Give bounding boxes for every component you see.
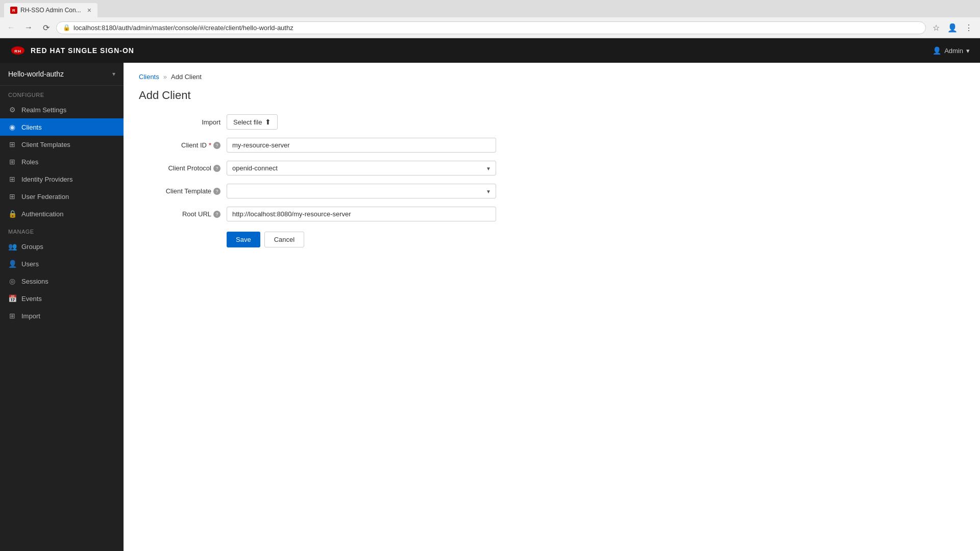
app-header: RH RED HAT SINGLE SIGN-ON 👤 Admin ▾	[0, 38, 980, 63]
page-title: Add Client	[139, 89, 965, 102]
address-text: localhost:8180/auth/admin/master/console…	[74, 24, 919, 32]
root-url-input[interactable]	[227, 207, 496, 221]
client-template-label: Client Template ?	[139, 187, 220, 195]
sidebar-item-roles[interactable]: ⊞ Roles	[0, 153, 124, 170]
sidebar-item-label-realm-settings: Realm Settings	[21, 106, 66, 114]
lock-icon: 🔒	[63, 24, 70, 31]
sidebar-item-client-templates[interactable]: ⊞ Client Templates	[0, 136, 124, 153]
reload-button[interactable]: ⟳	[39, 20, 53, 35]
sidebar-item-label-sessions: Sessions	[21, 278, 48, 285]
toolbar-actions: ☆ 👤 ⋮	[929, 20, 976, 35]
sidebar-item-realm-settings[interactable]: ⚙ Realm Settings	[0, 101, 124, 118]
client-id-control	[227, 138, 496, 153]
tab-favicon: R	[10, 7, 17, 14]
cancel-button[interactable]: Cancel	[264, 232, 304, 247]
main-layout: Hello-world-authz ▾ Configure ⚙ Realm Se…	[0, 63, 980, 551]
sidebar-item-clients[interactable]: ◉ Clients	[0, 118, 124, 136]
client-template-control	[227, 184, 496, 198]
save-button[interactable]: Save	[227, 232, 260, 247]
sidebar-item-label-identity-providers: Identity Providers	[21, 176, 72, 183]
browser-tabs: R RH-SSO Admin Con... ×	[0, 0, 980, 17]
redhat-logo: RH	[10, 45, 26, 56]
content-area: Clients » Add Client Add Client Import S…	[124, 63, 980, 551]
configure-section-label: Configure	[0, 86, 124, 101]
client-protocol-help-icon[interactable]: ?	[213, 165, 220, 172]
app-container: RH RED HAT SINGLE SIGN-ON 👤 Admin ▾ Hell…	[0, 38, 980, 551]
client-protocol-select[interactable]: openid-connect saml	[227, 161, 496, 176]
breadcrumb: Clients » Add Client	[139, 73, 965, 81]
menu-button[interactable]: ⋮	[962, 20, 976, 35]
client-protocol-row: Client Protocol ? openid-connect saml	[139, 161, 496, 176]
select-file-button[interactable]: Select file ⬆	[227, 114, 278, 130]
form-actions: Save Cancel	[227, 232, 496, 247]
root-url-row: Root URL ?	[139, 207, 496, 221]
sidebar-item-label-import: Import	[21, 312, 40, 320]
sidebar-item-label-client-templates: Client Templates	[21, 141, 70, 148]
user-icon: 👤	[933, 46, 941, 55]
client-protocol-label: Client Protocol ?	[139, 164, 220, 172]
browser-chrome: R RH-SSO Admin Con... × ← → ⟳ 🔒 localhos…	[0, 0, 980, 38]
app-brand: RH RED HAT SINGLE SIGN-ON	[10, 45, 134, 56]
user-menu[interactable]: 👤 Admin ▾	[933, 46, 970, 55]
back-button[interactable]: ←	[4, 20, 18, 35]
identity-providers-icon: ⊞	[8, 175, 16, 183]
sessions-icon: ◎	[8, 277, 16, 285]
sidebar-item-label-authentication: Authentication	[21, 210, 63, 218]
sidebar-item-users[interactable]: 👤 Users	[0, 255, 124, 272]
sidebar-item-label-clients: Clients	[21, 123, 42, 131]
client-template-select[interactable]	[227, 184, 496, 198]
user-dropdown-chevron: ▾	[966, 47, 970, 55]
add-client-form: Import Select file ⬆ Client ID * ?	[139, 114, 496, 247]
upload-icon: ⬆	[265, 118, 271, 126]
sidebar-item-authentication[interactable]: 🔒 Authentication	[0, 205, 124, 222]
manage-section-label: Manage	[0, 222, 124, 238]
sidebar-item-label-groups: Groups	[21, 243, 43, 251]
clients-icon: ◉	[8, 123, 16, 131]
import-icon: ⊞	[8, 312, 16, 320]
breadcrumb-parent-link[interactable]: Clients	[139, 73, 159, 81]
sidebar-item-label-users: Users	[21, 260, 39, 268]
address-bar[interactable]: 🔒 localhost:8180/auth/admin/master/conso…	[56, 21, 926, 34]
import-label: Import	[139, 118, 220, 126]
root-url-help-icon[interactable]: ?	[213, 211, 220, 218]
tab-close-button[interactable]: ×	[87, 6, 91, 14]
root-url-label: Root URL ?	[139, 210, 220, 218]
import-row: Import Select file ⬆	[139, 114, 496, 130]
tab-title: RH-SSO Admin Con...	[20, 7, 81, 14]
breadcrumb-separator: »	[163, 73, 167, 81]
client-id-row: Client ID * ?	[139, 138, 496, 153]
brand-label: RED HAT SINGLE SIGN-ON	[31, 46, 134, 55]
sidebar-item-groups[interactable]: 👥 Groups	[0, 238, 124, 255]
client-template-row: Client Template ?	[139, 184, 496, 198]
client-template-select-wrap	[227, 184, 496, 198]
client-id-input[interactable]	[227, 138, 496, 153]
forward-button[interactable]: →	[21, 20, 36, 35]
realm-name: Hello-world-authz	[8, 70, 64, 78]
sidebar: Hello-world-authz ▾ Configure ⚙ Realm Se…	[0, 63, 124, 551]
client-templates-icon: ⊞	[8, 140, 16, 148]
sidebar-item-user-federation[interactable]: ⊞ User Federation	[0, 188, 124, 205]
select-file-label: Select file	[233, 118, 262, 126]
breadcrumb-current: Add Client	[171, 73, 202, 81]
browser-tab-active: R RH-SSO Admin Con... ×	[4, 3, 97, 17]
sidebar-item-events[interactable]: 📅 Events	[0, 290, 124, 307]
client-protocol-control: openid-connect saml	[227, 161, 496, 176]
realm-selector[interactable]: Hello-world-authz ▾	[0, 63, 124, 86]
user-profile-button[interactable]: 👤	[945, 20, 960, 35]
client-id-label: Client ID * ?	[139, 141, 220, 149]
sidebar-item-sessions[interactable]: ◎ Sessions	[0, 272, 124, 290]
client-template-help-icon[interactable]: ?	[213, 188, 220, 195]
events-icon: 📅	[8, 294, 16, 303]
realm-settings-icon: ⚙	[8, 106, 16, 114]
sidebar-item-identity-providers[interactable]: ⊞ Identity Providers	[0, 170, 124, 188]
sidebar-item-import[interactable]: ⊞ Import	[0, 307, 124, 324]
authentication-icon: 🔒	[8, 210, 16, 218]
root-url-control	[227, 207, 496, 221]
realm-chevron: ▾	[112, 70, 115, 78]
import-control: Select file ⬆	[227, 114, 496, 130]
sidebar-item-label-user-federation: User Federation	[21, 193, 69, 201]
bookmark-button[interactable]: ☆	[929, 20, 943, 35]
sidebar-item-label-roles: Roles	[21, 158, 38, 166]
svg-text:RH: RH	[14, 49, 21, 54]
client-id-help-icon[interactable]: ?	[213, 142, 220, 149]
